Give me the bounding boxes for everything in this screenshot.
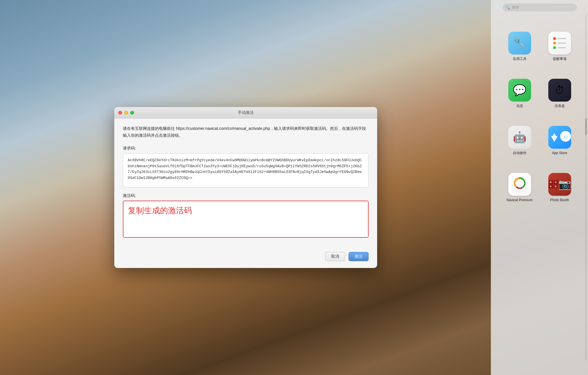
app-icon-dashboard <box>548 79 571 102</box>
photobooth-svg <box>548 178 558 191</box>
messages-icon <box>508 79 531 102</box>
minimize-button[interactable] <box>124 111 128 114</box>
app-icon-automator <box>508 126 531 149</box>
reminders-icon <box>548 32 571 55</box>
activate-button[interactable]: 激活 <box>349 252 369 261</box>
scrollbar-track[interactable] <box>585 14 587 361</box>
dialog-overlay: 手动激活 请在有互联网连接的电脑前往 https://customer.navi… <box>0 0 491 375</box>
dialog-title: 手动激活 <box>238 110 254 115</box>
svg-point-7 <box>549 186 551 188</box>
app-label-reminders: 提醒事项 <box>553 57 567 61</box>
scrollbar-thumb <box>585 118 587 135</box>
apps-grid: 实用工具 <box>497 17 583 203</box>
search-icon: 🔍 <box>505 5 510 10</box>
launchpad-panel: 🔍 搜索 实用工具 <box>491 0 588 375</box>
svg-point-8 <box>555 186 557 188</box>
request-code-box: AcXBVhRC/eEQZ8eYdrcTKdknizM+mfrPgYcyede/… <box>123 153 369 188</box>
app-icon-photobooth <box>548 173 571 196</box>
app-item-photobooth[interactable]: Photo Booth <box>543 158 577 203</box>
app-item-messages[interactable]: 信息 <box>503 64 537 108</box>
svg-point-6 <box>555 181 557 183</box>
request-code-label: 请求码: <box>123 146 369 151</box>
manual-activation-dialog: 手动激活 请在有互联网连接的电脑前往 https://customer.navi… <box>114 107 377 268</box>
navicat-svg <box>511 176 528 193</box>
maximize-button[interactable] <box>130 111 134 114</box>
cancel-button[interactable]: 取消 <box>325 252 345 261</box>
activation-code-label: 激活码: <box>123 193 369 198</box>
navicat-icon <box>508 173 531 196</box>
app-icon-messages <box>508 79 531 102</box>
app-item-utility[interactable]: 实用工具 <box>503 17 537 61</box>
close-button[interactable] <box>118 111 122 114</box>
automator-icon <box>508 126 531 149</box>
instruction-text: 请在有互联网连接的电脑前往 https://customer.navicat.c… <box>123 125 369 139</box>
app-item-dashboard[interactable]: 仪表盘 <box>543 64 577 108</box>
app-label-appstore: App Store <box>552 151 567 156</box>
app-label-automator: 自动操作 <box>513 151 527 156</box>
app-icon-reminders <box>548 32 571 55</box>
dialog-footer: 取消 激活 <box>114 249 377 268</box>
appstore-icon <box>548 126 571 149</box>
app-icon-utility <box>508 32 531 55</box>
activation-code-placeholder: 复制生成的激活码 <box>128 206 192 215</box>
app-icon-navicat <box>508 173 531 196</box>
app-item-reminders[interactable]: 提醒事项 <box>543 17 577 61</box>
app-item-navicat[interactable]: Navicat Premium <box>503 158 537 203</box>
app-label-photobooth: Photo Booth <box>550 198 569 203</box>
app-label-utility: 实用工具 <box>513 57 527 61</box>
app-item-appstore[interactable]: App Store <box>543 111 577 156</box>
search-bar[interactable]: 🔍 搜索 <box>503 3 577 11</box>
photobooth-icon <box>548 173 571 196</box>
app-label-navicat: Navicat Premium <box>507 198 533 203</box>
app-icon-appstore <box>548 126 571 149</box>
dialog-titlebar: 手动激活 <box>114 107 377 118</box>
utility-icon <box>508 32 531 55</box>
traffic-lights <box>118 111 134 114</box>
svg-point-5 <box>549 181 551 183</box>
app-label-messages: 信息 <box>516 104 523 108</box>
app-item-automator[interactable]: 自动操作 <box>503 111 537 156</box>
dialog-body: 请在有互联网连接的电脑前往 https://customer.navicat.c… <box>114 118 377 249</box>
app-label-dashboard: 仪表盘 <box>555 104 565 108</box>
appstore-svg <box>548 130 560 144</box>
dashboard-icon <box>548 79 571 102</box>
activation-code-input[interactable]: 复制生成的激活码 <box>123 201 369 238</box>
search-placeholder: 搜索 <box>512 5 519 10</box>
